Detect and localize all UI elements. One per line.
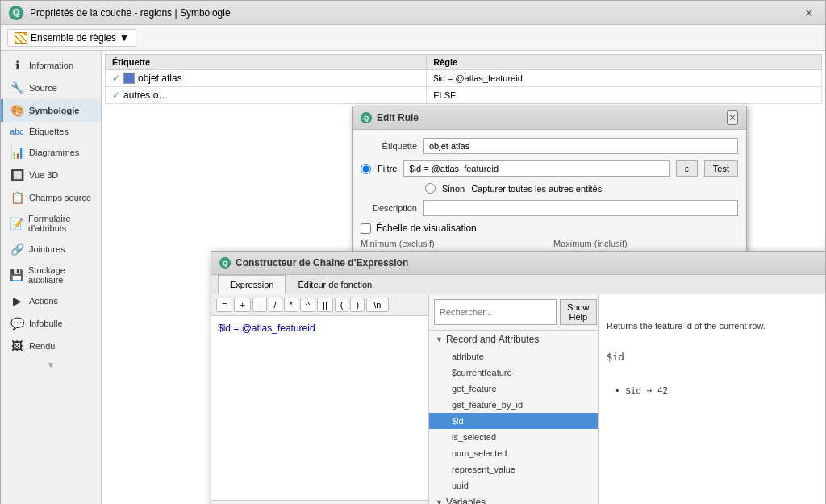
row2-label: autres o…: [123, 90, 168, 101]
sidebar-item-rendu[interactable]: 🖼 Rendu: [1, 335, 101, 357]
filtre-row: Filtre ε Test: [361, 160, 738, 177]
func-num-selected[interactable]: num_selected: [429, 445, 598, 461]
btn-power[interactable]: ^: [300, 298, 315, 312]
sidebar-item-stockage[interactable]: 💾 Stockage auxiliaire: [1, 260, 101, 289]
help-syntax-label: Syntaxe: [607, 339, 825, 348]
row1-cell: ✓ objet atlas: [112, 73, 419, 84]
etiquette-label: Étiquette: [361, 141, 417, 151]
edit-rule-title-bar: Q Edit Rule ✕: [353, 106, 746, 130]
jointures-icon: 🔗: [10, 243, 24, 256]
group-record-and-attributes[interactable]: ▼ Record and Attributes: [429, 331, 598, 348]
filtre-radio[interactable]: [361, 164, 371, 174]
formulaire-icon: 📝: [10, 217, 23, 230]
diagrammes-icon: 📊: [10, 146, 24, 159]
btn-divide[interactable]: /: [269, 298, 282, 312]
expr-button[interactable]: ε: [676, 160, 698, 177]
sidebar-item-infobulle[interactable]: 💬 Infobulle: [1, 312, 101, 335]
func-is-selected[interactable]: is_selected: [429, 429, 598, 445]
rendu-icon: 🖼: [10, 339, 24, 352]
btn-close-paren[interactable]: ): [350, 298, 365, 312]
btn-multiply[interactable]: *: [284, 298, 298, 312]
help-example-value: • $id → 42: [607, 385, 825, 396]
group-label-2: Variables: [446, 497, 486, 504]
ensemble-icon: [15, 32, 27, 44]
function-tree: ▼ Record and Attributes attribute $curre…: [429, 331, 598, 504]
sidebar-item-formulaire[interactable]: 📝 Formulaire d'attributs: [1, 209, 101, 238]
tab-expression[interactable]: Expression: [218, 275, 286, 294]
help-syntax-value: $id: [607, 352, 825, 363]
sidebar-item-information[interactable]: ℹ Information: [1, 54, 101, 77]
dropdown-arrow: ▼: [119, 32, 129, 44]
table-row[interactable]: ✓ objet atlas $id = @atlas_featureid: [106, 70, 822, 87]
sidebar-scroll: ▼: [1, 357, 101, 373]
sidebar-item-champs[interactable]: 📋 Champs source: [1, 186, 101, 209]
func-id[interactable]: $id: [429, 413, 598, 429]
btn-plus[interactable]: +: [234, 298, 250, 312]
champs-icon: 📋: [10, 191, 24, 204]
func-currentfeature[interactable]: $currentfeature: [429, 364, 598, 381]
desc-row: Description: [361, 200, 738, 216]
information-icon: ℹ: [10, 59, 24, 72]
btn-equals[interactable]: =: [216, 298, 232, 312]
btn-minus[interactable]: -: [252, 298, 267, 312]
table-row[interactable]: ✓ autres o… ELSE: [106, 87, 822, 104]
func-represent-value[interactable]: represent_value: [429, 461, 598, 477]
ensemble-label: Ensemble de règles: [31, 32, 116, 44]
sinon-row: Sinon Capturer toutes les autres entités: [425, 183, 738, 194]
sidebar-label-source: Source: [29, 83, 57, 93]
sidebar-item-symbologie[interactable]: 🎨 Symbologie: [1, 99, 101, 122]
source-icon: 🔧: [10, 81, 24, 94]
sidebar-item-jointures[interactable]: 🔗 Jointures: [1, 238, 101, 260]
sidebar-label-jointures: Jointures: [29, 244, 65, 254]
tab-editor[interactable]: Éditeur de fonction: [286, 275, 384, 294]
sidebar-item-actions[interactable]: ▶ Actions: [1, 289, 101, 312]
sidebar-item-etiquettes[interactable]: abc Étiquettes: [1, 122, 101, 141]
etiquette-input[interactable]: [423, 138, 738, 154]
expr-builder-dialog: Q Constructeur de Chaîne d'Expression ✕ …: [211, 251, 825, 504]
stockage-icon: 💾: [10, 269, 23, 281]
func-uuid[interactable]: uuid: [429, 477, 598, 494]
max-label: Maximum (inclusif): [553, 239, 738, 248]
desc-input[interactable]: [423, 200, 738, 216]
group-arrow-1: ▼: [436, 335, 443, 344]
show-help-button[interactable]: Show Help: [560, 299, 597, 325]
group-variables[interactable]: ▼ Variables: [429, 494, 598, 504]
func-get-feature-by-id[interactable]: get_feature_by_id: [429, 397, 598, 413]
symbologie-icon: 🎨: [10, 104, 24, 117]
edit-rule-close-button[interactable]: ✕: [727, 110, 738, 125]
window-close-button[interactable]: ✕: [801, 6, 817, 19]
test-button[interactable]: Test: [704, 160, 738, 177]
btn-open-paren[interactable]: (: [335, 298, 349, 312]
expr-body: = + - / * ^ || ( ) '\n' $id = @atl: [211, 294, 825, 504]
func-attribute[interactable]: attribute: [429, 348, 598, 364]
sidebar-label-etiquettes: Étiquettes: [29, 127, 69, 136]
btn-concat[interactable]: ||: [317, 298, 333, 312]
etiquette-row: Étiquette: [361, 138, 738, 154]
col-etiquette: Étiquette: [106, 55, 427, 70]
sinon-radio[interactable]: [425, 183, 436, 194]
btn-newline[interactable]: '\n': [366, 298, 388, 312]
func-get-feature[interactable]: get_feature: [429, 381, 598, 397]
help-title: fonction $id: [607, 302, 825, 314]
scale-checkbox[interactable]: [361, 223, 371, 234]
sidebar-item-diagrammes[interactable]: 📊 Diagrammes: [1, 141, 101, 164]
expr-tabs: Expression Éditeur de fonction: [211, 275, 825, 294]
ensemble-dropdown[interactable]: Ensemble de règles ▼: [7, 29, 136, 47]
search-input[interactable]: [434, 299, 557, 325]
expr-preview: Aperçu du résultat : 0: [211, 500, 428, 504]
sidebar-label-symbologie: Symbologie: [29, 106, 79, 115]
sidebar-item-source[interactable]: 🔧 Source: [1, 77, 101, 99]
sidebar-label-champs: Champs source: [29, 193, 91, 202]
filter-input[interactable]: [403, 160, 669, 177]
sidebar-item-vue3d[interactable]: 🔲 Vue 3D: [1, 164, 101, 186]
window-title: Propriétés de la couche - regions | Symb…: [30, 7, 231, 19]
check-icon-1: ✓: [112, 73, 120, 84]
filtre-label: Filtre: [378, 164, 397, 173]
sidebar-label-infobulle: Infobulle: [29, 319, 63, 328]
row2-rule: ELSE: [427, 87, 822, 104]
main-window: Q Propriétés de la couche - regions | Sy…: [0, 0, 826, 504]
desc-label: Description: [361, 203, 417, 213]
expression-textarea[interactable]: $id = @atlas_featureid: [211, 316, 428, 500]
row2-cell: ✓ autres o…: [112, 90, 419, 101]
actions-icon: ▶: [10, 294, 24, 307]
